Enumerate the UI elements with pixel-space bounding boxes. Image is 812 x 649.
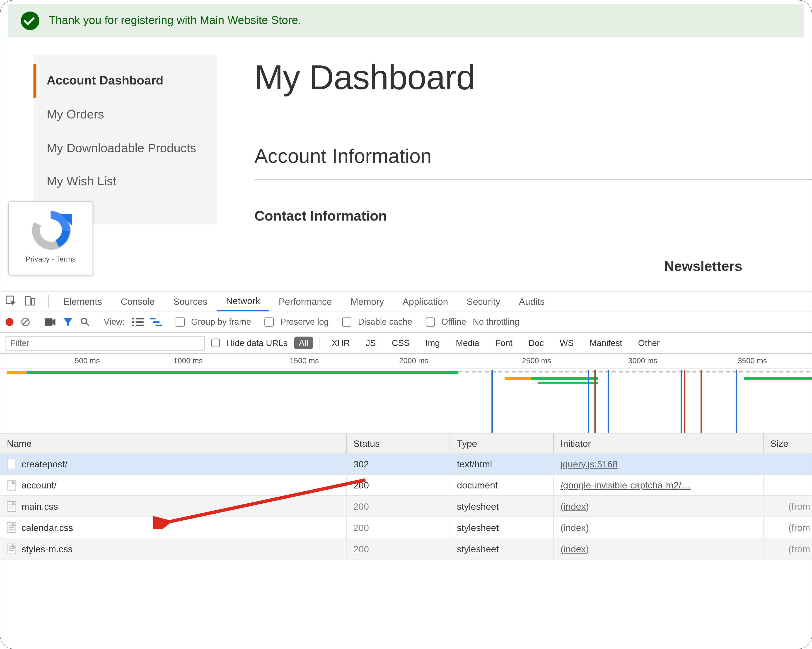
svg-rect-3	[31, 298, 35, 305]
view-waterfall-icon[interactable]	[150, 317, 162, 326]
cell-initiator[interactable]: /google-invisible-captcha-m2/…	[560, 480, 691, 490]
tab-memory[interactable]: Memory	[341, 292, 393, 311]
svg-rect-18	[155, 324, 162, 326]
view-list-icon[interactable]	[131, 317, 143, 326]
record-icon[interactable]	[5, 318, 13, 326]
file-icon	[7, 480, 16, 490]
filter-input[interactable]	[5, 335, 205, 350]
cell-name: main.css	[21, 501, 58, 512]
col-type[interactable]: Type	[450, 433, 554, 452]
tab-console[interactable]: Console	[111, 292, 164, 311]
group-by-frame-checkbox[interactable]	[175, 317, 185, 326]
table-row[interactable]: main.css 200 stylesheet (index) (from	[0, 496, 812, 517]
cell-status: 302	[353, 459, 369, 469]
tab-network[interactable]: Network	[217, 291, 269, 311]
cell-type: stylesheet	[457, 522, 499, 533]
preserve-log-checkbox[interactable]	[264, 317, 274, 326]
camera-icon[interactable]	[44, 317, 56, 326]
recaptcha-footer[interactable]: Privacy - Terms	[26, 255, 76, 263]
timeline-tick: 1500 ms	[290, 356, 319, 364]
col-status[interactable]: Status	[346, 433, 450, 452]
search-icon[interactable]	[80, 316, 91, 327]
device-toggle-icon[interactable]	[24, 295, 36, 307]
cell-status: 200	[353, 522, 369, 533]
table-row[interactable]: account/ 200 document /google-invisible-…	[0, 475, 812, 496]
file-icon	[7, 501, 16, 512]
network-timeline[interactable]: 500 ms 1000 ms 1500 ms 2000 ms 2500 ms 3…	[0, 354, 812, 434]
table-row[interactable]: calendar.css 200 stylesheet (index) (fro…	[0, 517, 812, 538]
svg-line-5	[23, 319, 28, 324]
filter-type-ws[interactable]: WS	[555, 337, 578, 349]
inspect-icon[interactable]	[5, 295, 17, 307]
alert-text: Thank you for registering with Main Webs…	[49, 14, 301, 27]
svg-rect-15	[135, 324, 143, 326]
filter-type-img[interactable]: Img	[421, 337, 444, 349]
col-name[interactable]: Name	[0, 433, 346, 452]
cell-status: 200	[353, 543, 369, 554]
filter-type-css[interactable]: CSS	[387, 337, 414, 349]
file-icon	[7, 543, 16, 554]
col-size[interactable]: Size	[764, 433, 812, 452]
network-filter-bar: Hide data URLs All XHR JS CSS Img Media …	[0, 333, 812, 354]
cell-status: 200	[353, 501, 369, 512]
timeline-tick: 500 ms	[75, 356, 100, 364]
hide-data-urls-label: Hide data URLs	[227, 338, 287, 348]
tab-performance[interactable]: Performance	[269, 292, 341, 311]
filter-icon[interactable]	[63, 316, 73, 327]
tab-application[interactable]: Application	[393, 292, 458, 311]
tab-sources[interactable]: Sources	[164, 292, 217, 311]
filter-type-manifest[interactable]: Manifest	[585, 337, 627, 349]
timeline-tick: 3500 ms	[738, 356, 767, 364]
filter-type-all[interactable]: All	[294, 337, 313, 349]
offline-checkbox[interactable]	[426, 317, 435, 326]
network-table-body: createpost/ 302 text/html jquery.js:5168…	[0, 453, 812, 559]
recaptcha-icon	[29, 209, 72, 252]
table-row[interactable]: createpost/ 302 text/html jquery.js:5168	[0, 453, 812, 475]
cell-size: (from	[788, 543, 810, 554]
cell-type: stylesheet	[457, 543, 499, 554]
sidebar-item-label: My Downloadable Products	[47, 141, 196, 155]
sidebar-item-my-wish-list[interactable]: My Wish List	[34, 165, 218, 199]
file-icon	[7, 522, 16, 533]
svg-rect-11	[135, 318, 143, 319]
svg-rect-13	[135, 321, 143, 323]
network-table-header: Name Status Type Initiator Size	[0, 433, 812, 453]
cell-initiator[interactable]: (index)	[560, 501, 589, 512]
cell-initiator[interactable]: (index)	[560, 543, 589, 554]
devtools-tabbar: Elements Console Sources Network Perform…	[0, 291, 812, 311]
tab-elements[interactable]: Elements	[54, 292, 111, 311]
disable-cache-checkbox[interactable]	[342, 317, 351, 326]
tab-security[interactable]: Security	[458, 292, 510, 311]
col-initiator[interactable]: Initiator	[554, 433, 764, 452]
sidebar-item-my-orders[interactable]: My Orders	[34, 98, 218, 131]
svg-rect-16	[150, 318, 155, 319]
filter-type-xhr[interactable]: XHR	[327, 337, 354, 349]
sidebar-item-my-downloadable-products[interactable]: My Downloadable Products	[34, 131, 218, 165]
cell-name: account/	[21, 480, 56, 490]
devtools-panel: Elements Console Sources Network Perform…	[0, 291, 812, 649]
sidebar-item-account-dashboard[interactable]: Account Dashboard	[34, 64, 218, 98]
group-by-frame-label: Group by frame	[191, 317, 251, 327]
hide-data-urls-checkbox[interactable]	[211, 338, 220, 347]
recaptcha-badge[interactable]: Privacy - Terms	[8, 201, 93, 276]
sidebar-item-label: My Orders	[47, 107, 104, 121]
clear-icon[interactable]	[20, 316, 31, 327]
cell-initiator[interactable]: jquery.js:5168	[560, 459, 618, 469]
timeline-tick: 2500 ms	[522, 356, 551, 364]
cell-status: 200	[353, 480, 369, 490]
timeline-tick: 1000 ms	[173, 356, 203, 364]
svg-marker-7	[52, 318, 55, 325]
filter-type-js[interactable]: JS	[361, 337, 380, 349]
filter-type-doc[interactable]: Doc	[524, 337, 548, 349]
tab-audits[interactable]: Audits	[510, 292, 554, 311]
svg-line-9	[86, 323, 89, 325]
svg-rect-10	[131, 318, 134, 319]
page-title: My Dashboard	[255, 57, 812, 97]
filter-type-font[interactable]: Font	[490, 337, 517, 349]
table-row[interactable]: styles-m.css 200 stylesheet (index) (fro…	[0, 538, 812, 559]
throttling-select[interactable]: No throttling	[473, 317, 519, 327]
cell-type: document	[457, 480, 498, 490]
filter-type-media[interactable]: Media	[451, 337, 484, 349]
filter-type-other[interactable]: Other	[633, 337, 664, 349]
cell-initiator[interactable]: (index)	[560, 522, 589, 533]
